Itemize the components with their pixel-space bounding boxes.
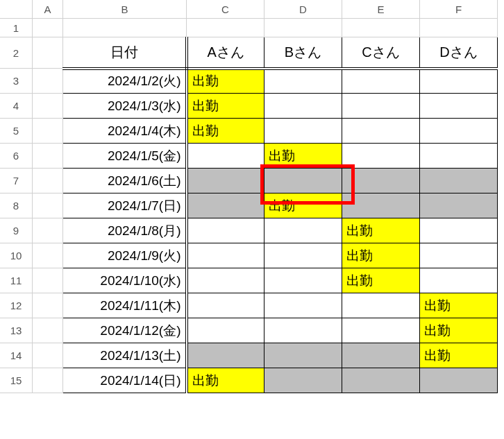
cell-C13[interactable] (187, 318, 264, 343)
cell-A10[interactable] (33, 243, 63, 268)
cell-F6[interactable] (420, 144, 498, 169)
row-header-1[interactable]: 1 (0, 19, 33, 37)
cell-E4[interactable] (342, 94, 420, 119)
cell-A12[interactable] (33, 293, 63, 318)
cell-C5[interactable]: 出勤 (187, 119, 264, 144)
cell-A13[interactable] (33, 318, 63, 343)
cell-A4[interactable] (33, 94, 63, 119)
cell-C9[interactable] (187, 218, 264, 243)
row-header-15[interactable]: 15 (0, 368, 33, 393)
cell-B2[interactable]: 日付 (63, 37, 187, 69)
row-header-7[interactable]: 7 (0, 169, 33, 193)
col-header-D[interactable]: D (264, 0, 342, 19)
cell-E2[interactable]: Cさん (342, 37, 420, 69)
cell-D5[interactable] (264, 119, 342, 144)
cell-F12[interactable]: 出勤 (420, 293, 498, 318)
row-header-6[interactable]: 6 (0, 144, 33, 169)
cell-B13[interactable]: 2024/1/12(金) (63, 318, 187, 343)
row-header-11[interactable]: 11 (0, 268, 33, 293)
col-header-B[interactable]: B (63, 0, 187, 19)
cell-E1[interactable] (342, 19, 420, 37)
cell-B8[interactable]: 2024/1/7(日) (63, 193, 187, 218)
cell-C8[interactable] (187, 193, 264, 218)
select-all-corner[interactable] (0, 0, 33, 19)
cell-B4[interactable]: 2024/1/3(水) (63, 94, 187, 119)
cell-C15[interactable]: 出勤 (187, 368, 264, 393)
cell-F5[interactable] (420, 119, 498, 144)
cell-C3[interactable]: 出勤 (187, 69, 264, 94)
row-header-9[interactable]: 9 (0, 218, 33, 243)
cell-C6[interactable] (187, 144, 264, 169)
cell-B10[interactable]: 2024/1/9(火) (63, 243, 187, 268)
cell-D9[interactable] (264, 218, 342, 243)
cell-F13[interactable]: 出勤 (420, 318, 498, 343)
cell-C11[interactable] (187, 268, 264, 293)
cell-E9[interactable]: 出勤 (342, 218, 420, 243)
cell-D3[interactable] (264, 69, 342, 94)
cell-B14[interactable]: 2024/1/13(土) (63, 343, 187, 368)
row-header-5[interactable]: 5 (0, 119, 33, 144)
row-header-2[interactable]: 2 (0, 37, 33, 69)
cell-A9[interactable] (33, 218, 63, 243)
cell-F2[interactable]: Dさん (420, 37, 498, 69)
cell-A3[interactable] (33, 69, 63, 94)
cell-C10[interactable] (187, 243, 264, 268)
cell-A11[interactable] (33, 268, 63, 293)
cell-F1[interactable] (420, 19, 498, 37)
cell-F14[interactable]: 出勤 (420, 343, 498, 368)
cell-C4[interactable]: 出勤 (187, 94, 264, 119)
cell-C7[interactable] (187, 169, 264, 193)
cell-F9[interactable] (420, 218, 498, 243)
cell-F8[interactable] (420, 193, 498, 218)
cell-E13[interactable] (342, 318, 420, 343)
cell-F3[interactable] (420, 69, 498, 94)
row-header-3[interactable]: 3 (0, 69, 33, 94)
cell-D10[interactable] (264, 243, 342, 268)
cell-D12[interactable] (264, 293, 342, 318)
cell-A8[interactable] (33, 193, 63, 218)
col-header-E[interactable]: E (342, 0, 420, 19)
cell-B15[interactable]: 2024/1/14(日) (63, 368, 187, 393)
cell-E5[interactable] (342, 119, 420, 144)
cell-D6[interactable]: 出勤 (264, 144, 342, 169)
row-header-10[interactable]: 10 (0, 243, 33, 268)
cell-E8[interactable] (342, 193, 420, 218)
cell-B5[interactable]: 2024/1/4(木) (63, 119, 187, 144)
cell-A15[interactable] (33, 368, 63, 393)
cell-A6[interactable] (33, 144, 63, 169)
cell-C12[interactable] (187, 293, 264, 318)
cell-C2[interactable]: Aさん (187, 37, 264, 69)
cell-E6[interactable] (342, 144, 420, 169)
cell-D2[interactable]: Bさん (264, 37, 342, 69)
cell-C1[interactable] (187, 19, 264, 37)
row-header-8[interactable]: 8 (0, 193, 33, 218)
cell-B7[interactable]: 2024/1/6(土) (63, 169, 187, 193)
cell-A2[interactable] (33, 37, 63, 69)
col-header-A[interactable]: A (33, 0, 63, 19)
col-header-C[interactable]: C (187, 0, 264, 19)
cell-E10[interactable]: 出勤 (342, 243, 420, 268)
row-header-13[interactable]: 13 (0, 318, 33, 343)
cell-A14[interactable] (33, 343, 63, 368)
cell-A5[interactable] (33, 119, 63, 144)
cell-D13[interactable] (264, 318, 342, 343)
row-header-4[interactable]: 4 (0, 94, 33, 119)
cell-D7[interactable] (264, 169, 342, 193)
row-header-12[interactable]: 12 (0, 293, 33, 318)
cell-B3[interactable]: 2024/1/2(火) (63, 69, 187, 94)
cell-F4[interactable] (420, 94, 498, 119)
cell-B6[interactable]: 2024/1/5(金) (63, 144, 187, 169)
cell-A1[interactable] (33, 19, 63, 37)
cell-A7[interactable] (33, 169, 63, 193)
cell-D14[interactable] (264, 343, 342, 368)
cell-B9[interactable]: 2024/1/8(月) (63, 218, 187, 243)
cell-E15[interactable] (342, 368, 420, 393)
cell-D8[interactable]: 出勤 (264, 193, 342, 218)
cell-D15[interactable] (264, 368, 342, 393)
cell-B11[interactable]: 2024/1/10(水) (63, 268, 187, 293)
cell-F15[interactable] (420, 368, 498, 393)
cell-B12[interactable]: 2024/1/11(木) (63, 293, 187, 318)
cell-F10[interactable] (420, 243, 498, 268)
cell-D4[interactable] (264, 94, 342, 119)
cell-E3[interactable] (342, 69, 420, 94)
